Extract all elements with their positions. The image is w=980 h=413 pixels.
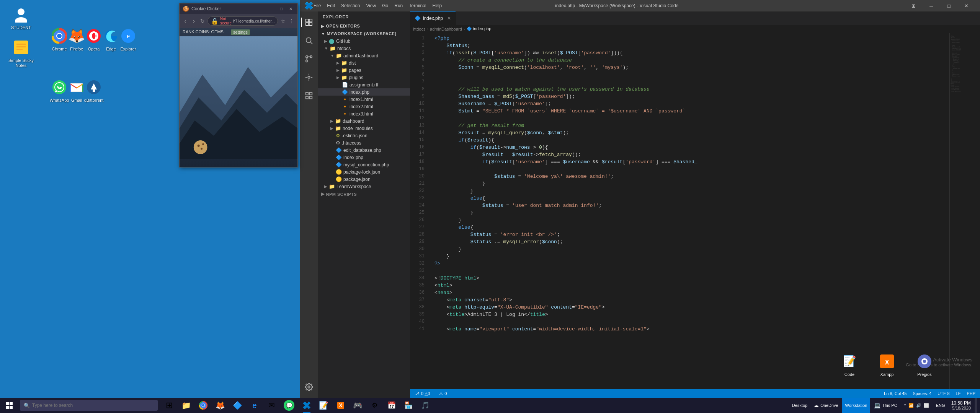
menu-file[interactable]: File <box>314 3 321 8</box>
activity-debug[interactable] <box>301 70 317 85</box>
tree-item-index2-html[interactable]: 🔸 index2.html <box>318 103 410 110</box>
browser-minimize-button[interactable]: ─ <box>268 5 276 13</box>
activity-settings[interactable] <box>301 379 317 395</box>
network-icon[interactable]: 📶 <box>908 403 914 408</box>
taskbar-ie[interactable]: e <box>246 398 263 413</box>
menu-run[interactable]: Run <box>394 3 403 8</box>
browser-back-button[interactable]: ‹ <box>182 16 189 26</box>
tree-item-index1-html[interactable]: 🔸 index1.html <box>318 96 410 103</box>
tree-item-package-json[interactable]: 🟡 package.json <box>318 176 410 183</box>
open-editors-section[interactable]: ▶ OPEN EDITORS <box>318 22 410 30</box>
show-desktop-button[interactable] <box>975 398 977 413</box>
breadcrumb-admindashboard[interactable]: adminDashboard <box>430 27 462 31</box>
menu-help[interactable]: Help <box>433 3 442 8</box>
vscode-maximize-button[interactable]: □ <box>940 0 958 11</box>
activity-source-control[interactable] <box>301 51 317 67</box>
browser-close-button[interactable]: ✕ <box>287 5 294 13</box>
taskbar-spotify[interactable]: 🎵 <box>417 398 434 413</box>
npm-scripts-section[interactable]: ▶ NPM SCRIPTS <box>318 190 410 198</box>
taskbar-onedrive[interactable]: ☁ OneDrive <box>811 402 840 409</box>
tree-item-index3-html[interactable]: 🔸 index3.html <box>318 110 410 117</box>
menu-go[interactable]: Go <box>382 3 388 8</box>
taskbar-language[interactable]: ENG <box>934 402 947 408</box>
taskbar-xampp[interactable]: X <box>332 398 349 413</box>
tree-item-learn-workspace[interactable]: ▶ 📁 LearnWorkspace <box>318 183 410 190</box>
workspace-section[interactable]: ▼ MYWORKSPACE (WORKSPACE) <box>318 30 410 37</box>
status-spaces[interactable]: Spaces: 4 <box>911 391 933 396</box>
pregios-shortcut[interactable]: Pregios <box>907 351 942 379</box>
volume-icon[interactable]: 🔊 <box>916 403 921 408</box>
tree-item-package-lock[interactable]: 🟡 package-lock.json <box>318 168 410 176</box>
taskbar-desktop-label[interactable]: Desktop <box>790 402 810 408</box>
status-language[interactable]: PHP <box>965 391 977 396</box>
taskbar-edge[interactable]: 🔷 <box>229 398 246 413</box>
taskbar-mail[interactable]: ✉ <box>263 398 280 413</box>
search-input[interactable] <box>32 403 154 408</box>
breadcrumb-htdocs[interactable]: htdocs <box>413 27 425 31</box>
activity-search[interactable] <box>301 33 317 48</box>
tree-item-plugins[interactable]: ▶ 📁 plugins <box>318 74 410 81</box>
tree-item-pages[interactable]: ▶ 📁 pages <box>318 67 410 74</box>
settings-button[interactable]: settings <box>231 29 250 35</box>
desktop-icon-student[interactable]: STUDENT <box>4 4 38 32</box>
menu-edit[interactable]: Edit <box>327 3 335 8</box>
taskbar-clock[interactable]: 10:58 PM 5/18/2020 <box>949 400 973 411</box>
taskbar-whatsapp[interactable]: 💬 <box>280 398 298 413</box>
desktop-icon-sticky-notes[interactable]: Simple Sticky Notes <box>4 37 38 70</box>
tree-item-edit-database[interactable]: 🔷 edit_database.php <box>318 146 410 154</box>
tree-item-admindashboard[interactable]: ▼ 📁 adminDashboard <box>318 52 410 59</box>
desktop-icon-explorer[interactable]: e Explorer <box>111 25 145 53</box>
taskbar-settings[interactable]: ⚙ <box>366 398 383 413</box>
code-content[interactable]: <?php $status; if(isset($_POST['username… <box>428 33 949 389</box>
tray-up-icon[interactable]: ^ <box>904 403 906 408</box>
taskbar-file-explorer[interactable]: 📁 <box>178 398 195 413</box>
menu-view[interactable]: View <box>366 3 376 8</box>
tree-item-htaccess[interactable]: ⚙ .htaccess <box>318 139 410 146</box>
taskbar-chrome[interactable] <box>195 398 212 413</box>
search-box[interactable]: 🔍 <box>20 400 158 411</box>
vscode-minimize-button[interactable]: ─ <box>923 0 940 11</box>
activity-explorer[interactable] <box>301 15 317 30</box>
tree-item-index-php[interactable]: 🔷 index.php <box>318 88 410 96</box>
taskbar-workstation-button[interactable]: Workstation <box>842 398 871 413</box>
tree-item-dashboard[interactable]: ▶ 📁 dashboard <box>318 117 410 125</box>
tree-item-eslintrc[interactable]: ⚙ .eslintrc.json <box>318 132 410 139</box>
tree-item-mysql-connection[interactable]: 🔷 mysql_connection.php <box>318 161 410 168</box>
code-editor[interactable]: 12345 678910 1112131415 1617181920 21222… <box>410 33 949 389</box>
activity-extensions[interactable] <box>301 88 317 103</box>
browser-maximize-button[interactable]: □ <box>278 5 285 13</box>
taskbar-task-view[interactable]: ⊞ <box>161 398 178 413</box>
status-git[interactable]: ⎇ 0 △0 <box>413 391 431 396</box>
menu-terminal[interactable]: Terminal <box>409 3 426 8</box>
taskbar-store[interactable]: 🏪 <box>400 398 417 413</box>
taskbar-this-pc[interactable]: 💻 This PC <box>872 402 899 409</box>
start-button[interactable] <box>0 398 18 413</box>
tree-item-dist[interactable]: ▶ 📁 dist <box>318 59 410 67</box>
tree-item-index-php2[interactable]: 🔷 index.php <box>318 154 410 161</box>
vscode-close-button[interactable]: ✕ <box>958 0 975 11</box>
tab-close-button[interactable]: ✕ <box>447 16 451 21</box>
tree-item-github[interactable]: ▶ ⬤ GitHub <box>318 37 410 45</box>
browser-menu-button[interactable]: ⋮ <box>288 16 295 26</box>
status-errors[interactable]: ⚠ 0 <box>438 391 448 396</box>
taskbar-firefox[interactable]: 🦊 <box>212 398 229 413</box>
taskbar-misc[interactable]: 🎮 <box>349 398 366 413</box>
browser-forward-button[interactable]: › <box>190 16 197 26</box>
editor-tab-index-php[interactable]: 🔷 index.php ✕ <box>410 11 456 25</box>
tree-item-node-modules[interactable]: ▶ 📁 node_modules <box>318 125 410 132</box>
browser-star-button[interactable]: ☆ <box>279 16 286 26</box>
status-encoding[interactable]: UTF-8 <box>936 391 951 396</box>
code-shortcut[interactable]: 📝 Code <box>832 351 867 379</box>
menu-selection[interactable]: Selection <box>341 3 360 8</box>
tree-item-htdocs[interactable]: ▼ 📁 htdocs <box>318 45 410 52</box>
xampp-shortcut[interactable]: X Xampp <box>870 351 904 379</box>
taskbar-outlook[interactable]: 📅 <box>383 398 400 413</box>
tree-item-assignment[interactable]: 📄 assignment.rtf <box>318 81 410 88</box>
browser-address-bar[interactable]: 🔒 Not secure h7.leomedia.co.il/other... <box>207 16 278 26</box>
taskbar-notepad[interactable]: 📝 <box>315 398 332 413</box>
vscode-split-editor-button[interactable]: ⊞ <box>905 0 923 11</box>
desktop-icon-qbittorrent[interactable]: qBittorrent <box>77 76 111 104</box>
breadcrumb-index-php[interactable]: 🔷 index.php <box>467 26 492 31</box>
browser-refresh-button[interactable]: ↻ <box>199 16 206 26</box>
taskbar-vscode[interactable] <box>298 398 315 413</box>
